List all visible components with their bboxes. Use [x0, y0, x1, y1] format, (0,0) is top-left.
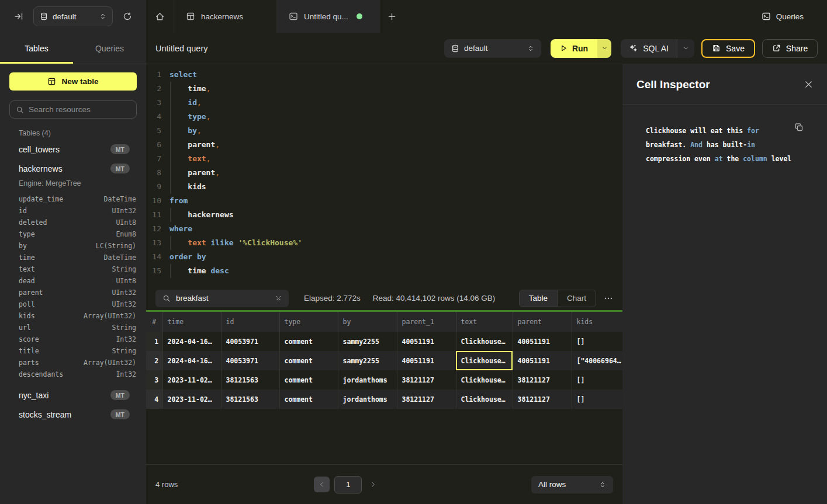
selected-cell[interactable]: Clickhouse… — [456, 351, 513, 370]
table-cell[interactable]: 2023-11-02… — [162, 390, 221, 409]
table-cell[interactable]: [] — [572, 332, 622, 351]
table-item-hackernews[interactable]: hackernewsMT — [9, 159, 137, 178]
table-cell[interactable]: 40053971 — [221, 351, 279, 370]
column-item[interactable]: idUInt32 — [9, 205, 137, 217]
table-cell[interactable]: sammy2255 — [338, 351, 397, 370]
table-cell[interactable]: 38121563 — [221, 370, 279, 390]
table-cell[interactable]: jordanthoms — [338, 390, 397, 409]
sql-ai-options-button[interactable] — [677, 39, 694, 58]
row-number[interactable]: 4 — [146, 390, 162, 409]
column-item[interactable]: byLC(String) — [9, 240, 137, 252]
run-options-button[interactable] — [597, 39, 611, 58]
collapse-sidebar-icon[interactable] — [14, 12, 23, 21]
table-cell[interactable]: 40051191 — [397, 332, 456, 351]
topbar-database-select[interactable]: default — [33, 6, 113, 26]
column-name: kids — [19, 312, 84, 320]
code-token: , — [215, 168, 220, 177]
results-search[interactable] — [155, 290, 289, 307]
queries-button[interactable]: Queries — [746, 0, 827, 33]
results-search-input[interactable] — [176, 294, 270, 303]
page-number-input[interactable] — [334, 476, 362, 493]
table-item-stocks_stream[interactable]: stocks_streamMT — [9, 405, 137, 424]
code-token: select — [169, 70, 197, 79]
sidebar-tab-queries[interactable]: Queries — [73, 33, 146, 64]
toolbar-database-select[interactable]: default — [444, 39, 541, 58]
column-item[interactable]: textString — [9, 263, 137, 275]
table-cell[interactable]: 40051191 — [513, 351, 572, 370]
sql-ai-button[interactable]: SQL AI — [621, 39, 677, 58]
table-cell[interactable]: comment — [279, 370, 338, 390]
column-item[interactable]: parentUInt32 — [9, 287, 137, 298]
column-item[interactable]: timeDateTime — [9, 252, 137, 263]
row-count: 4 rows — [155, 480, 178, 489]
next-page-button[interactable] — [370, 481, 376, 488]
main-area: New table Tables (4) cell_towersMThacker… — [0, 64, 827, 504]
sidebar-tab-tables[interactable]: Tables — [0, 33, 73, 64]
column-item[interactable]: partsArray(UInt32) — [9, 357, 137, 369]
view-tab-chart[interactable]: Chart — [557, 290, 596, 307]
refresh-icon[interactable] — [123, 12, 132, 21]
table-cell[interactable]: 38121127 — [513, 370, 572, 390]
column-item[interactable]: urlString — [9, 322, 137, 333]
table-cell[interactable]: 2023-11-02… — [162, 370, 221, 390]
table-cell[interactable]: ["40066964… — [572, 351, 622, 370]
column-item[interactable]: descendantsInt32 — [9, 369, 137, 380]
column-item[interactable]: titleString — [9, 345, 137, 357]
table-cell[interactable]: Clickhouse… — [456, 332, 513, 351]
table-cell[interactable]: Clickhouse… — [456, 370, 513, 390]
table-cell[interactable]: comment — [279, 351, 338, 370]
table-cell[interactable]: 40051191 — [513, 332, 572, 351]
save-button[interactable]: Save — [701, 39, 755, 58]
table-cell[interactable]: comment — [279, 332, 338, 351]
table-cell[interactable]: Clickhouse… — [456, 390, 513, 409]
table-cell[interactable]: 38121127 — [397, 370, 456, 390]
clear-search-icon[interactable] — [275, 295, 282, 301]
row-number[interactable]: 2 — [146, 351, 162, 370]
table-item-nyc_taxi[interactable]: nyc_taxiMT — [9, 385, 137, 405]
table-cell[interactable]: 40053971 — [221, 332, 279, 351]
sql-ai-label: SQL AI — [643, 44, 669, 53]
view-tab-table[interactable]: Table — [520, 290, 557, 307]
column-item[interactable]: update_timeDateTime — [9, 193, 137, 205]
table-row: 42023-11-02…38121563commentjordanthoms38… — [146, 390, 622, 409]
column-item[interactable]: kidsArray(UInt32) — [9, 310, 137, 322]
column-item[interactable]: pollUInt32 — [9, 298, 137, 310]
row-number[interactable]: 3 — [146, 370, 162, 390]
sql-editor[interactable]: 1select2 time,3 id,4 type,5 by,6 parent,… — [146, 64, 622, 286]
table-item-cell_towers[interactable]: cell_towersMT — [9, 140, 137, 159]
column-item[interactable]: deadUInt8 — [9, 275, 137, 287]
column-item[interactable]: typeEnum8 — [9, 228, 137, 240]
table-cell[interactable]: comment — [279, 390, 338, 409]
engine-badge: MT — [110, 409, 130, 419]
column-item[interactable]: scoreInt32 — [9, 333, 137, 345]
column-name: text — [19, 265, 112, 273]
share-button[interactable]: Share — [762, 39, 818, 58]
indent-guide — [170, 138, 171, 152]
table-cell[interactable]: 38121563 — [221, 390, 279, 409]
table-cell[interactable]: jordanthoms — [338, 370, 397, 390]
close-icon[interactable] — [804, 80, 813, 89]
more-options-button[interactable] — [604, 294, 613, 303]
copy-icon[interactable] — [794, 123, 804, 132]
new-table-button[interactable]: New table — [9, 72, 137, 91]
table-cell[interactable]: sammy2255 — [338, 332, 397, 351]
tab-untitled-query[interactable]: Untitled qu... — [277, 0, 380, 33]
table-cell[interactable]: 2024-04-16… — [162, 351, 221, 370]
tab-home[interactable] — [146, 0, 174, 33]
sidebar-search[interactable] — [9, 100, 137, 119]
sidebar-search-input[interactable] — [29, 105, 132, 114]
table-cell[interactable]: [] — [572, 370, 622, 390]
table-cell[interactable]: 38121127 — [513, 390, 572, 409]
prev-page-button[interactable] — [314, 477, 330, 492]
table-cell[interactable]: [] — [572, 390, 622, 409]
run-button[interactable]: Run — [551, 39, 597, 58]
tab-hackernews[interactable]: hackernews — [174, 0, 277, 33]
row-number[interactable]: 1 — [146, 332, 162, 351]
table-cell[interactable]: 40051191 — [397, 351, 456, 370]
new-tab-button[interactable] — [380, 0, 403, 33]
column-item[interactable]: deletedUInt8 — [9, 217, 137, 228]
table-cell[interactable]: 2024-04-16… — [162, 332, 221, 351]
table-cell[interactable]: 38121127 — [397, 390, 456, 409]
updown-chevron-icon — [99, 13, 106, 20]
page-size-select[interactable]: All rows — [531, 476, 613, 493]
